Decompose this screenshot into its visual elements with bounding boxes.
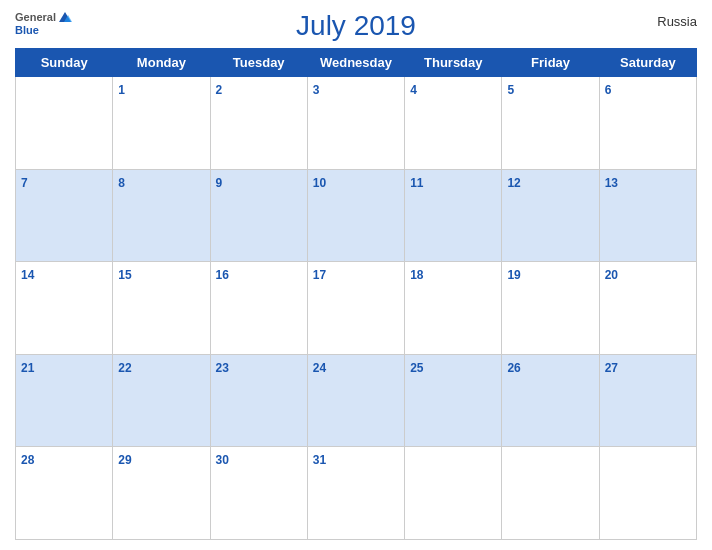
day-number: 12: [507, 176, 520, 190]
calendar-page: General Blue July 2019 Russia Sunday Mon…: [0, 0, 712, 550]
day-number: 3: [313, 83, 320, 97]
calendar-cell: 10: [307, 169, 404, 262]
calendar-cell: 12: [502, 169, 599, 262]
calendar-cell: 18: [405, 262, 502, 355]
day-number: 23: [216, 361, 229, 375]
logo-icon: [58, 10, 72, 24]
calendar-cell: 27: [599, 354, 696, 447]
day-number: 11: [410, 176, 423, 190]
calendar-cell: 9: [210, 169, 307, 262]
calendar-cell: 30: [210, 447, 307, 540]
day-number: 19: [507, 268, 520, 282]
calendar-cell: 22: [113, 354, 210, 447]
logo: General Blue: [15, 10, 72, 36]
day-number: 14: [21, 268, 34, 282]
day-number: 5: [507, 83, 514, 97]
country-label: Russia: [657, 14, 697, 29]
day-number: 28: [21, 453, 34, 467]
calendar-cell: 4: [405, 77, 502, 170]
calendar-cell: 20: [599, 262, 696, 355]
day-number: 31: [313, 453, 326, 467]
calendar-cell: 15: [113, 262, 210, 355]
header-thursday: Thursday: [405, 49, 502, 77]
calendar-cell: 14: [16, 262, 113, 355]
calendar-cell: [16, 77, 113, 170]
day-number: 2: [216, 83, 223, 97]
calendar-cell: 24: [307, 354, 404, 447]
day-number: 16: [216, 268, 229, 282]
day-number: 25: [410, 361, 423, 375]
calendar-cell: 28: [16, 447, 113, 540]
header-friday: Friday: [502, 49, 599, 77]
day-number: 18: [410, 268, 423, 282]
day-number: 10: [313, 176, 326, 190]
day-number: 27: [605, 361, 618, 375]
header-saturday: Saturday: [599, 49, 696, 77]
day-number: 1: [118, 83, 125, 97]
day-number: 9: [216, 176, 223, 190]
day-number: 17: [313, 268, 326, 282]
day-number: 6: [605, 83, 612, 97]
day-number: 26: [507, 361, 520, 375]
logo-blue: Blue: [15, 24, 39, 36]
calendar-week-row: 21222324252627: [16, 354, 697, 447]
calendar-cell: [502, 447, 599, 540]
day-number: 13: [605, 176, 618, 190]
calendar-table: Sunday Monday Tuesday Wednesday Thursday…: [15, 48, 697, 540]
calendar-week-row: 123456: [16, 77, 697, 170]
calendar-cell: 5: [502, 77, 599, 170]
calendar-cell: 31: [307, 447, 404, 540]
logo-general: General: [15, 11, 56, 23]
calendar-cell: 25: [405, 354, 502, 447]
day-number: 7: [21, 176, 28, 190]
day-number: 8: [118, 176, 125, 190]
day-number: 4: [410, 83, 417, 97]
days-header-row: Sunday Monday Tuesday Wednesday Thursday…: [16, 49, 697, 77]
day-number: 30: [216, 453, 229, 467]
header-sunday: Sunday: [16, 49, 113, 77]
header-wednesday: Wednesday: [307, 49, 404, 77]
calendar-header: General Blue July 2019 Russia: [15, 10, 697, 42]
header-monday: Monday: [113, 49, 210, 77]
calendar-cell: 13: [599, 169, 696, 262]
calendar-cell: 1: [113, 77, 210, 170]
calendar-cell: [405, 447, 502, 540]
day-number: 22: [118, 361, 131, 375]
calendar-cell: 11: [405, 169, 502, 262]
calendar-cell: 2: [210, 77, 307, 170]
calendar-week-row: 78910111213: [16, 169, 697, 262]
calendar-title: July 2019: [296, 10, 416, 42]
calendar-week-row: 14151617181920: [16, 262, 697, 355]
calendar-cell: 17: [307, 262, 404, 355]
calendar-cell: 6: [599, 77, 696, 170]
day-number: 15: [118, 268, 131, 282]
day-number: 29: [118, 453, 131, 467]
calendar-cell: [599, 447, 696, 540]
calendar-cell: 21: [16, 354, 113, 447]
calendar-cell: 23: [210, 354, 307, 447]
day-number: 21: [21, 361, 34, 375]
calendar-cell: 16: [210, 262, 307, 355]
calendar-week-row: 28293031: [16, 447, 697, 540]
day-number: 20: [605, 268, 618, 282]
calendar-cell: 3: [307, 77, 404, 170]
calendar-cell: 8: [113, 169, 210, 262]
calendar-cell: 26: [502, 354, 599, 447]
calendar-cell: 19: [502, 262, 599, 355]
calendar-cell: 29: [113, 447, 210, 540]
calendar-cell: 7: [16, 169, 113, 262]
header-tuesday: Tuesday: [210, 49, 307, 77]
day-number: 24: [313, 361, 326, 375]
